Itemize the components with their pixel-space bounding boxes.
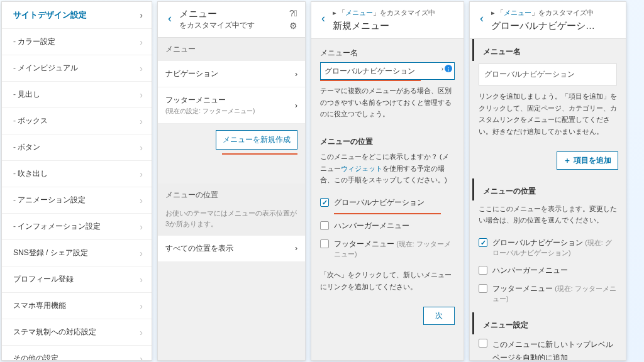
back-button[interactable]: ‹	[475, 8, 489, 29]
chevron-right-icon: ›	[140, 275, 143, 285]
create-menu-button[interactable]: メニューを新規作成	[216, 130, 297, 150]
chevron-right-icon: ›	[140, 327, 143, 337]
chevron-right-icon: ›	[140, 301, 143, 311]
panel-menu-customize: ‹ メニュー をカスタマイズ中です ?⃝ ⚙ メニュー ナビゲーション› フッタ…	[157, 1, 306, 361]
sidebar-item-heading[interactable]: 見出し›	[2, 82, 152, 108]
highlight-annotation	[222, 153, 297, 155]
sidebar-item-color[interactable]: カラー設定›	[2, 29, 152, 55]
checkbox-icon[interactable]	[479, 284, 487, 293]
location-option-global[interactable]: グローバルナビゲーション	[311, 194, 464, 212]
menu-settings-label: メニュー設定	[472, 312, 626, 334]
location-option-hamburger[interactable]: ハンバーガーメニュー	[470, 261, 626, 280]
panel-header: ‹ メニュー をカスタマイズ中です ?⃝ ⚙	[158, 2, 305, 38]
chevron-right-icon: ›	[140, 90, 143, 100]
sidebar-item-animation[interactable]: アニメーション設定›	[2, 187, 152, 214]
location-option-hamburger[interactable]: ハンバーガーメニュー	[311, 217, 464, 235]
sidebar-item-button[interactable]: ボタン›	[2, 134, 152, 161]
add-items-note: リンクを追加しましょう。「項目を追加」をクリックして、固定ページ、カテゴリー、カ…	[470, 90, 626, 145]
site-design-settings[interactable]: サイトデザイン設定 ›	[2, 2, 152, 29]
add-item-button[interactable]: ＋項目を追加	[557, 151, 618, 170]
checkbox-icon[interactable]	[320, 239, 329, 248]
chevron-right-icon: ›	[140, 222, 143, 232]
menu-location-label: メニューの位置	[472, 178, 626, 200]
sidebar-item-profile[interactable]: プロフィール登録›	[2, 266, 152, 293]
menu-name-label: メニュー名	[472, 39, 626, 61]
panel-title: ▸ 「メニュー」をカスタマイズ中 グローバルナビゲーシ…	[489, 8, 618, 32]
back-button[interactable]: ‹	[316, 8, 330, 29]
next-note: 「次へ」をクリックして、新しいメニューにリンクを追加してください。	[311, 263, 464, 300]
panel-title: ▸ 「メニュー」をカスタマイズ中 新規メニュー	[330, 8, 456, 32]
chevron-right-icon: ›	[140, 37, 143, 47]
sidebar-item-mobile[interactable]: スマホ専用機能›	[2, 293, 152, 319]
location-description: お使いのテーマにはメニューの表示位置が3か所あります。	[158, 207, 305, 236]
panel-title: メニュー をカスタマイズ中です	[177, 8, 289, 31]
chevron-right-icon: ›	[295, 244, 297, 253]
highlight-annotation	[334, 213, 441, 214]
chevron-right-icon: ›	[140, 354, 143, 361]
location-option-footer[interactable]: フッターメニュー (現在: フッターメニュー)	[311, 235, 464, 263]
chevron-right-icon: ›	[140, 63, 143, 74]
plus-icon: ＋	[564, 155, 571, 166]
menu-location-note: このメニューをどこに表示しますか？ (メニューウィジェットを使用する予定の場合、…	[311, 151, 464, 194]
gear-icon[interactable]: ⚙	[289, 21, 297, 31]
help-icon[interactable]: ?⃝	[289, 8, 297, 18]
location-option-footer[interactable]: フッターメニュー (現在: フッターメニュー)	[470, 280, 626, 307]
menu-name-input[interactable]	[320, 62, 455, 80]
sidebar-item-information[interactable]: インフォメーション設定›	[2, 214, 152, 240]
next-button[interactable]: 次	[423, 307, 455, 325]
panel-site-design: サイトデザイン設定 › カラー設定› メインビジュアル› 見出し› ボックス› …	[1, 1, 152, 361]
menu-location-note: ここにこのメニューを表示します。変更したい場合は、別の位置を選んでください。	[470, 200, 626, 234]
checkbox-icon[interactable]	[479, 339, 487, 348]
sidebar-item-sns[interactable]: SNS登録 / シェア設定›	[2, 240, 152, 266]
panel-global-nav: ‹ ▸ 「メニュー」をカスタマイズ中 グローバルナビゲーシ… メニュー名 グロー…	[469, 1, 626, 361]
auto-add-option[interactable]: このメニューに新しいトップレベルページを自動的に追加	[470, 334, 626, 361]
chevron-right-icon: ›	[140, 195, 143, 206]
menu-name-note: テーマに複数のメニューがある場合、区別のつきやすい名前をつけておくと管理するのに…	[311, 82, 464, 128]
caret-icon: ›	[441, 65, 443, 72]
checkbox-icon[interactable]	[320, 221, 329, 230]
section-label-location: メニューの位置	[158, 184, 305, 207]
checkbox-icon[interactable]	[479, 266, 487, 275]
menu-name-display[interactable]: グローバルナビゲーション	[479, 63, 617, 85]
chevron-right-icon: ›	[140, 116, 143, 126]
menu-item-footer[interactable]: フッターメニュー(現在の設定: フッターメニュー) ›	[158, 87, 305, 124]
back-button[interactable]: ‹	[163, 8, 177, 29]
chevron-right-icon: ›	[140, 10, 143, 20]
location-option-global[interactable]: グローバルナビゲーション (現在: グローバルナビゲーション)	[470, 234, 626, 261]
panel-header: ‹ ▸ 「メニュー」をカスタマイズ中 新規メニュー	[311, 2, 464, 39]
panel-new-menu: ‹ ▸ 「メニュー」をカスタマイズ中 新規メニュー メニュー名 ›¡ テーマに複…	[311, 1, 464, 361]
checkbox-checked-icon[interactable]	[479, 238, 487, 247]
sidebar-item-main-visual[interactable]: メインビジュアル›	[2, 55, 152, 82]
sidebar-item-stealth[interactable]: ステマ規制への対応設定›	[2, 319, 152, 346]
menu-item-navigation[interactable]: ナビゲーション›	[158, 61, 305, 87]
sidebar-item-balloon[interactable]: 吹き出し›	[2, 161, 152, 187]
highlight-annotation	[320, 80, 421, 81]
checkbox-checked-icon[interactable]	[320, 198, 329, 207]
chevron-right-icon: ›	[140, 248, 143, 258]
chevron-right-icon: ›	[140, 169, 143, 179]
menu-name-label: メニュー名	[311, 39, 464, 62]
chevron-right-icon: ›	[295, 70, 297, 79]
menu-location-label: メニューの位置	[311, 128, 464, 151]
section-label-menu: メニュー	[158, 38, 305, 61]
sidebar-item-box[interactable]: ボックス›	[2, 108, 152, 134]
sidebar-item-other[interactable]: その他の設定›	[2, 346, 152, 361]
key-icon: ¡	[445, 65, 452, 72]
chevron-right-icon: ›	[295, 101, 297, 110]
panel-header: ‹ ▸ 「メニュー」をカスタマイズ中 グローバルナビゲーシ…	[470, 2, 626, 39]
show-all-locations[interactable]: すべての位置を表示›	[158, 236, 305, 262]
chevron-right-icon: ›	[140, 143, 143, 153]
